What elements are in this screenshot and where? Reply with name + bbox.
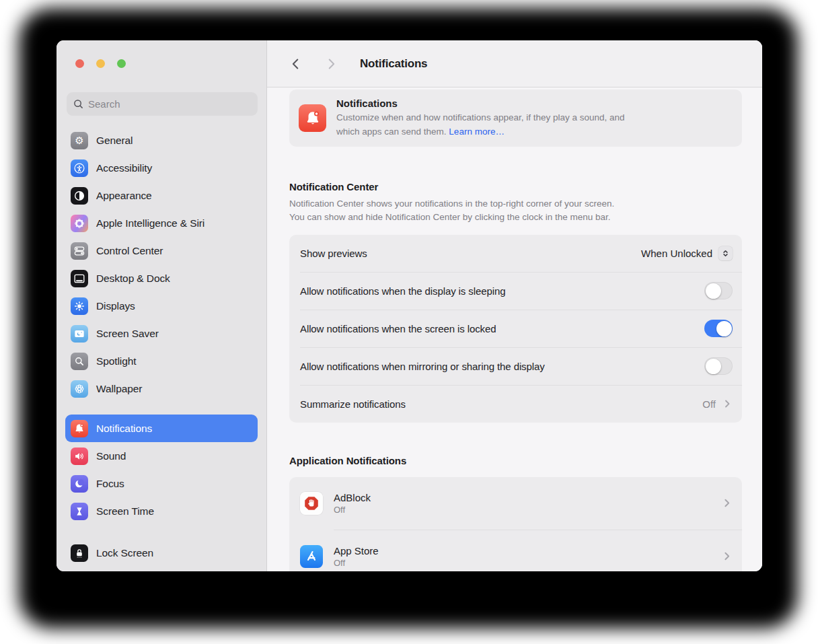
- page-title: Notifications: [360, 57, 427, 71]
- sidebar-item-desktop-dock[interactable]: Desktop & Dock: [65, 264, 258, 292]
- application-notifications-card: AdBlock Off A: [289, 477, 742, 572]
- summarize-notifications-row[interactable]: Summarize notifications Off: [289, 386, 742, 423]
- notifications-app-icon: [299, 104, 326, 132]
- sidebar-item-screen-saver[interactable]: Screen Saver: [65, 320, 258, 347]
- wallpaper-icon: [71, 380, 88, 398]
- control-center-icon: [71, 242, 88, 260]
- sidebar-item-appearance[interactable]: Appearance: [65, 182, 258, 209]
- app-status: Off: [334, 558, 721, 568]
- sidebar-item-apple-intelligence-siri[interactable]: Apple Intelligence & Siri: [65, 209, 258, 237]
- notification-center-description: Notification Center shows your notificat…: [289, 197, 742, 225]
- show-previews-select[interactable]: [718, 246, 733, 260]
- search-icon: [73, 99, 83, 109]
- chevron-right-icon: [722, 398, 733, 409]
- app-store-app-icon: [300, 545, 323, 568]
- adblock-app-icon: [300, 492, 323, 515]
- section-heading-application-notifications: Application Notifications: [289, 455, 762, 466]
- app-status: Off: [334, 505, 721, 515]
- main-pane: Notifications Notifications Customize wh…: [267, 40, 762, 571]
- speaker-icon: [71, 448, 88, 465]
- sidebar-item-control-center[interactable]: Control Center: [65, 237, 258, 264]
- desktop-dock-icon: [71, 270, 88, 287]
- sidebar: ⚙ General Accessibility: [57, 40, 267, 571]
- chevron-right-icon: [721, 497, 733, 509]
- screen-locked-row: Allow notifications when the screen is l…: [289, 310, 742, 347]
- settings-content: Notifications Customize when and how not…: [267, 87, 762, 571]
- main-header: Notifications: [267, 40, 762, 87]
- hero-title: Notifications: [336, 98, 625, 109]
- hero-description: Customize when and how notifications app…: [336, 111, 625, 139]
- search-input[interactable]: [88, 98, 251, 110]
- sidebar-item-focus[interactable]: Focus: [65, 470, 258, 497]
- summarize-value: Off: [702, 398, 716, 410]
- gear-icon: ⚙: [71, 132, 88, 149]
- system-settings-window: ⚙ General Accessibility: [57, 40, 762, 571]
- sidebar-item-lock-screen[interactable]: Lock Screen: [65, 539, 258, 567]
- sidebar-item-spotlight[interactable]: Spotlight: [65, 347, 258, 375]
- show-previews-value: When Unlocked: [641, 248, 712, 259]
- zoom-button[interactable]: [117, 59, 126, 68]
- accessibility-icon: [71, 159, 88, 177]
- notification-center-card: Show previews When Unlocked Allow notifi…: [289, 235, 742, 423]
- mirroring-row: Allow notifications when mirroring or sh…: [289, 348, 742, 385]
- app-row-app-store[interactable]: App Store Off: [289, 530, 742, 572]
- lock-icon: [71, 544, 88, 562]
- notifications-hero-card: Notifications Customize when and how not…: [289, 90, 742, 147]
- appearance-icon: [71, 187, 88, 205]
- sidebar-item-notifications[interactable]: Notifications: [65, 415, 258, 442]
- section-heading-notification-center: Notification Center: [289, 181, 762, 192]
- bell-icon: [71, 420, 88, 437]
- app-row-adblock[interactable]: AdBlock Off: [289, 477, 742, 530]
- screen-locked-toggle[interactable]: [704, 320, 733, 337]
- sidebar-item-screen-time[interactable]: Screen Time: [65, 497, 258, 525]
- hourglass-icon: [71, 503, 88, 520]
- spotlight-icon: [71, 353, 88, 370]
- display-sleeping-row: Allow notifications when the display is …: [289, 273, 742, 310]
- screen-saver-icon: [71, 325, 88, 343]
- siri-icon: [71, 215, 88, 232]
- search-field[interactable]: [67, 92, 258, 116]
- display-sleeping-toggle[interactable]: [704, 282, 733, 299]
- forward-button[interactable]: [321, 54, 341, 74]
- chevron-right-icon: [721, 550, 733, 562]
- back-button[interactable]: [286, 54, 306, 74]
- close-button[interactable]: [75, 59, 84, 68]
- show-previews-row: Show previews When Unlocked: [289, 235, 742, 272]
- sidebar-item-accessibility[interactable]: Accessibility: [65, 154, 258, 182]
- sidebar-item-wallpaper[interactable]: Wallpaper: [65, 375, 258, 402]
- moon-icon: [71, 475, 88, 493]
- sidebar-item-sound[interactable]: Sound: [65, 442, 258, 470]
- displays-icon: [71, 297, 88, 315]
- minimize-button[interactable]: [96, 59, 105, 68]
- mirroring-toggle[interactable]: [704, 357, 733, 375]
- chevron-up-down-icon: [721, 249, 730, 258]
- window-controls: [75, 59, 126, 68]
- sidebar-nav: ⚙ General Accessibility: [57, 127, 266, 567]
- learn-more-link[interactable]: Learn more…: [449, 127, 505, 137]
- sidebar-item-general[interactable]: ⚙ General: [65, 127, 258, 154]
- sidebar-item-displays[interactable]: Displays: [65, 292, 258, 320]
